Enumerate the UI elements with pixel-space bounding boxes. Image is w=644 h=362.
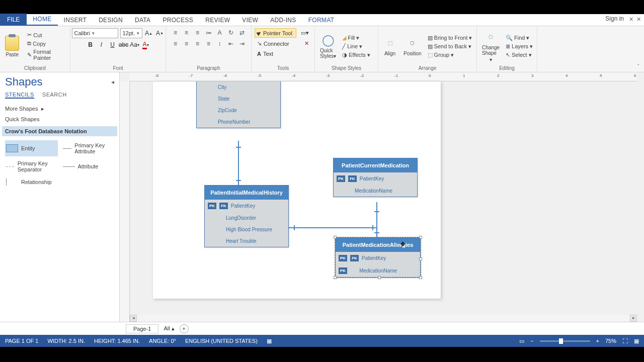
direction-button[interactable]: ⇄ bbox=[237, 28, 247, 37]
align-middle-button[interactable]: ≡ bbox=[182, 28, 192, 37]
window-controls[interactable]: ✕ ✕ bbox=[629, 16, 641, 23]
tab-addins[interactable]: ADD-INS bbox=[264, 15, 302, 26]
tab-data[interactable]: DATA bbox=[129, 15, 156, 26]
entity-medication[interactable]: PatientCurrentMedication PKFKPatientKey … bbox=[333, 158, 418, 197]
fill-button[interactable]: ◢Fill▾ bbox=[341, 34, 371, 42]
connector-tool-button[interactable]: ↘Connector bbox=[255, 39, 300, 48]
font-color-button[interactable]: A▾ bbox=[141, 40, 150, 49]
bold-button[interactable]: B bbox=[86, 40, 95, 49]
page-tab-1[interactable]: Page-1 bbox=[126, 324, 158, 333]
tab-format[interactable]: FORMAT bbox=[302, 15, 341, 26]
shape-pk-attr[interactable]: Primary Key Attribute bbox=[62, 140, 115, 156]
tab-process[interactable]: PROCESS bbox=[156, 15, 199, 26]
strike-button[interactable]: abc bbox=[119, 40, 128, 49]
paste-label: Paste bbox=[6, 52, 19, 57]
paste-button[interactable]: Paste bbox=[3, 36, 21, 57]
change-shape-button[interactable]: ⬠Change Shape▾ bbox=[480, 31, 502, 62]
zoom-level[interactable]: 75% bbox=[605, 338, 616, 344]
effects-button[interactable]: ◑Effects▾ bbox=[341, 51, 371, 59]
position-button[interactable]: ⬡Position bbox=[401, 37, 424, 56]
pointer-tool-button[interactable]: Pointer Tool bbox=[255, 28, 296, 38]
align-right-button[interactable]: ≡ bbox=[193, 39, 203, 48]
grow-font-button[interactable]: A▲ bbox=[144, 29, 153, 38]
shape-entity[interactable]: Entity bbox=[5, 140, 58, 156]
vertical-scrollbar[interactable] bbox=[637, 81, 644, 315]
bring-front-button[interactable]: ▧Bring to Front ▾ bbox=[427, 34, 473, 42]
send-back-button[interactable]: ▨Send to Back ▾ bbox=[427, 43, 473, 50]
shape-pk-sep[interactable]: Primary Key Separator bbox=[5, 158, 58, 174]
underline-button[interactable]: U bbox=[108, 40, 117, 49]
quick-styles-button[interactable]: ◯ QuickStyles▾ bbox=[318, 34, 338, 59]
cut-button[interactable]: ✂Cut bbox=[26, 31, 67, 39]
presentation-icon[interactable]: ▭ bbox=[519, 338, 524, 344]
zoom-out-button[interactable]: − bbox=[530, 338, 533, 344]
select-button[interactable]: ↖Select▾ bbox=[505, 51, 534, 59]
align-top-button[interactable]: ≡ bbox=[171, 28, 181, 37]
size-button[interactable]: A bbox=[215, 28, 225, 37]
tab-view[interactable]: VIEW bbox=[236, 15, 264, 26]
indent-inc-button[interactable]: ⇥ bbox=[237, 39, 247, 48]
macro-icon[interactable]: ▦ bbox=[267, 338, 272, 344]
line-spacing-button[interactable]: ↕ bbox=[215, 39, 225, 48]
canvas[interactable]: -8 -7 -6 -5 -4 -3 -2 -1 0 1 2 3 4 5 6 bbox=[120, 72, 644, 322]
align-left-button[interactable]: ≡ bbox=[171, 39, 181, 48]
rect-tool-button[interactable]: ▭▾ bbox=[298, 28, 311, 38]
case-button[interactable]: Aa▾ bbox=[130, 40, 139, 49]
align-button[interactable]: ⬚Align bbox=[381, 37, 398, 56]
more-shapes-link[interactable]: More Shapes ▸ bbox=[5, 104, 114, 114]
zoom-slider[interactable] bbox=[540, 340, 590, 342]
shapes-pane: Shapes◂ STENCILS SEARCH More Shapes ▸ Qu… bbox=[0, 72, 120, 322]
italic-button[interactable]: I bbox=[97, 40, 106, 49]
group-label-arrange: Arrange bbox=[381, 64, 473, 71]
scissors-icon: ✂ bbox=[27, 32, 32, 38]
stencils-tab[interactable]: STENCILS bbox=[5, 92, 34, 99]
align-bottom-button[interactable]: ≡ bbox=[193, 28, 203, 37]
line-button[interactable]: ╱Line▾ bbox=[341, 43, 371, 50]
tab-insert[interactable]: INSERT bbox=[58, 15, 93, 26]
text-tool-button[interactable]: AText bbox=[255, 49, 311, 58]
find-button[interactable]: 🔍Find▾ bbox=[505, 34, 534, 42]
rotate-button[interactable]: ↻ bbox=[226, 28, 236, 37]
indent-dec-button[interactable]: ⇤ bbox=[226, 39, 236, 48]
collapse-ribbon-button[interactable]: ˄ bbox=[637, 63, 640, 70]
entity-top-partial[interactable]: City State ZipCode PhoneNumber bbox=[196, 81, 281, 128]
font-name-combo[interactable]: Calibri▾ bbox=[72, 28, 118, 38]
pages-all-button[interactable]: All ▴ bbox=[164, 325, 174, 332]
delete-tool-button[interactable]: ✕ bbox=[302, 39, 311, 48]
stencil-selected[interactable]: Crow's Foot Database Notation bbox=[2, 126, 117, 136]
file-tab[interactable]: FILE bbox=[0, 14, 27, 26]
group-label-editing: Editing bbox=[480, 64, 534, 71]
entity-header: PatientCurrentMedication bbox=[334, 158, 417, 172]
search-tab[interactable]: SEARCH bbox=[42, 92, 67, 99]
horizontal-scrollbar[interactable]: ◂ ▸ bbox=[130, 315, 637, 322]
sign-in-link[interactable]: Sign in bbox=[605, 15, 624, 22]
status-lang[interactable]: ENGLISH (UNITED STATES) bbox=[185, 338, 258, 344]
fit-page-button[interactable]: ⛶ bbox=[622, 338, 628, 344]
entity-header: PatientInitialMedicalHistory bbox=[205, 186, 288, 200]
add-page-button[interactable]: ＋ bbox=[180, 324, 189, 333]
entity-allergies[interactable]: PatientMedicationAllergies✥ PKFKPatientK… bbox=[335, 237, 421, 278]
clipboard-icon bbox=[5, 36, 19, 51]
tab-review[interactable]: REVIEW bbox=[199, 15, 236, 26]
tab-design[interactable]: DESIGN bbox=[93, 15, 129, 26]
format-painter-button[interactable]: ✎Format Painter bbox=[26, 48, 67, 61]
zoom-in-button[interactable]: + bbox=[596, 338, 599, 344]
quickstyles-icon: ◯ bbox=[321, 34, 335, 47]
quick-shapes-link[interactable]: Quick Shapes bbox=[5, 114, 114, 124]
fullscreen-button[interactable]: ▦ bbox=[634, 338, 639, 344]
pointer-icon bbox=[256, 30, 262, 36]
justify-button[interactable]: ≡ bbox=[204, 39, 214, 48]
shape-attribute[interactable]: Attribute bbox=[62, 158, 115, 174]
layers-button[interactable]: ≣Layers▾ bbox=[505, 43, 534, 50]
align-center-button[interactable]: ≡ bbox=[182, 39, 192, 48]
font-size-combo[interactable]: 12pt.▾ bbox=[120, 28, 142, 38]
copy-button[interactable]: ⧉Copy bbox=[26, 40, 67, 47]
collapse-shapes-button[interactable]: ◂ bbox=[111, 78, 114, 85]
drawing-page[interactable]: City State ZipCode PhoneNumber PatientIn… bbox=[153, 81, 441, 299]
entity-history[interactable]: PatientInitialMedicalHistory PKFKPatient… bbox=[204, 185, 289, 247]
shrink-font-button[interactable]: A▼ bbox=[155, 29, 165, 38]
shape-relationship[interactable]: Relationship bbox=[5, 176, 58, 188]
bullets-button[interactable]: ≔ bbox=[204, 28, 214, 37]
tab-home[interactable]: HOME bbox=[27, 14, 57, 26]
group-button[interactable]: ⬚Group ▾ bbox=[427, 51, 473, 59]
